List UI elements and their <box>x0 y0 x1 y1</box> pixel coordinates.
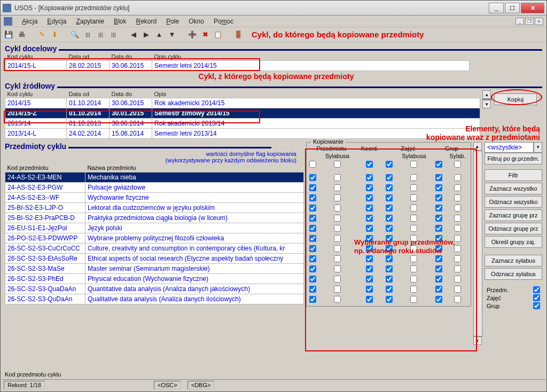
save-icon[interactable]: 💾 <box>4 30 13 40</box>
source-row[interactable]: 2014/1501.10.201430.06.2015Rok akademick… <box>5 98 480 108</box>
kopiowanie-checkbox[interactable] <box>309 265 316 272</box>
kopiowanie-checkbox[interactable] <box>454 286 461 293</box>
kopiowanie-checkbox[interactable] <box>309 255 316 262</box>
subject-row[interactable]: 24-AS-S2-E3-PGWPulsacje gwiazdowe <box>5 183 304 193</box>
kopiowanie-checkbox[interactable] <box>386 296 393 303</box>
kopiowanie-checkbox[interactable] <box>366 286 373 293</box>
kopiowanie-checkbox[interactable] <box>435 225 442 232</box>
odznacz-sylabus-button[interactable]: Odznacz sylabus <box>485 268 542 280</box>
kopiowanie-checkbox[interactable] <box>410 245 417 252</box>
kopiuj-button[interactable]: Kopiuj <box>494 93 537 105</box>
kopiowanie-checkbox[interactable] <box>435 205 442 211</box>
kopiowanie-checkbox[interactable] <box>309 276 316 283</box>
add-icon[interactable]: ➕ <box>187 30 197 40</box>
kopiowanie-checkbox[interactable] <box>386 215 393 222</box>
odznacz-grupe-button[interactable]: Odznacz grupę prz <box>485 223 542 234</box>
kopiowanie-checkbox[interactable] <box>334 184 341 191</box>
kopiowanie-checkbox[interactable] <box>366 215 373 222</box>
subject-row[interactable]: 26-SC-S2-S3-QuaDaAnQuantitative data ana… <box>5 284 304 294</box>
odznacz-wszystko-button[interactable]: Odznacz wszystko <box>485 196 542 208</box>
delete-icon[interactable]: ✖ <box>200 30 210 40</box>
kopiowanie-checkbox[interactable] <box>366 265 373 272</box>
kopiowanie-checkbox[interactable] <box>410 276 417 283</box>
scroll-down[interactable]: ▾ <box>482 100 491 108</box>
kopiowanie-checkbox[interactable] <box>454 174 461 181</box>
kopiowanie-checkbox[interactable] <box>309 215 316 222</box>
kopiowanie-checkbox[interactable] <box>309 235 316 242</box>
okresl-grupy-button[interactable]: Określ grupy zaj. <box>485 236 542 248</box>
menu-akcja[interactable]: AAkcjakcja <box>22 18 37 25</box>
kopiowanie-checkbox[interactable] <box>334 174 341 181</box>
kopiowanie-checkbox[interactable] <box>309 184 316 191</box>
chart2-icon[interactable]: ⫼ <box>96 30 105 40</box>
kopiowanie-checkbox[interactable] <box>386 276 393 283</box>
kopiowanie-checkbox[interactable] <box>309 205 316 211</box>
kopiowanie-checkbox[interactable] <box>366 245 373 252</box>
subj-scroll-down[interactable]: ▾ <box>473 336 482 345</box>
kopiowanie-checkbox[interactable] <box>334 276 341 283</box>
kopiowanie-checkbox[interactable] <box>386 265 393 272</box>
cb-przedm[interactable] <box>533 286 540 293</box>
kopiowanie-checkbox[interactable] <box>435 265 442 272</box>
kopiowanie-checkbox[interactable] <box>309 194 316 201</box>
filtruj-button[interactable]: Filtruj po gr.przedm. <box>485 153 542 164</box>
kopiowanie-checkbox[interactable] <box>309 245 316 252</box>
kopiowanie-checkbox[interactable] <box>334 161 341 168</box>
menu-zapytanie[interactable]: Zapytanie <box>76 18 104 25</box>
subject-row[interactable]: 26-SC-S2-S3-PhEdPhysical education (Wych… <box>5 274 304 284</box>
kopiowanie-checkbox[interactable] <box>366 194 373 201</box>
subj-scroll-up[interactable]: ▴ <box>473 142 482 151</box>
kopiowanie-checkbox[interactable] <box>334 245 341 252</box>
kopiowanie-checkbox[interactable] <box>386 205 393 211</box>
kopiowanie-checkbox[interactable] <box>454 255 461 262</box>
next-icon[interactable]: ▶ <box>142 30 151 40</box>
chevron-down-icon[interactable]: ▾ <box>534 142 542 153</box>
kopiowanie-checkbox[interactable] <box>410 235 417 242</box>
menu-okno[interactable]: Okno <box>189 18 204 25</box>
zaznacz-wszystko-button[interactable]: Zaznacz wszystko <box>485 183 542 194</box>
kopiowanie-checkbox[interactable] <box>410 286 417 293</box>
subject-row[interactable]: 26-SC-S2-S3-MaSeMaster seminar (Seminari… <box>5 264 304 274</box>
kopiowanie-checkbox[interactable] <box>435 184 442 191</box>
kopiowanie-checkbox[interactable] <box>435 194 442 201</box>
kopiowanie-checkbox[interactable] <box>454 276 461 283</box>
kopiowanie-checkbox[interactable] <box>309 296 316 303</box>
target-row[interactable]: 2014/15-L 28.02.2015 30.06.2015 Semestr … <box>5 61 470 71</box>
menu-pole[interactable]: Pole <box>166 18 179 25</box>
kopiowanie-checkbox[interactable] <box>386 286 393 293</box>
kopiowanie-checkbox[interactable] <box>386 255 393 262</box>
kopiowanie-checkbox[interactable] <box>454 296 461 303</box>
kopiowanie-checkbox[interactable] <box>435 174 442 181</box>
kopiowanie-checkbox[interactable] <box>334 194 341 201</box>
mdi-minimize[interactable]: _ <box>515 18 524 25</box>
kopiowanie-checkbox[interactable] <box>435 286 442 293</box>
edit-icon[interactable]: ✎ <box>37 30 46 40</box>
kopiowanie-checkbox[interactable] <box>366 235 373 242</box>
maximize-button[interactable]: ☐ <box>505 3 520 13</box>
kopiowanie-checkbox[interactable] <box>410 205 417 211</box>
grupa-dropdown[interactable]: <wszystkie> ▾ <box>485 142 542 153</box>
kopiowanie-checkbox[interactable] <box>410 194 417 201</box>
kopiowanie-checkbox[interactable] <box>366 174 373 181</box>
kopiowanie-checkbox[interactable] <box>454 245 461 252</box>
kopiowanie-checkbox[interactable] <box>454 194 461 201</box>
kopiowanie-checkbox[interactable] <box>386 235 393 242</box>
menu-pomoc[interactable]: Pomoc <box>214 18 233 25</box>
kopiowanie-checkbox[interactable] <box>309 225 316 232</box>
kopiowanie-checkbox[interactable] <box>334 205 341 211</box>
kopiowanie-checkbox[interactable] <box>386 184 393 191</box>
kopiowanie-checkbox[interactable] <box>334 265 341 272</box>
kopiowanie-checkbox[interactable] <box>386 174 393 181</box>
kopiowanie-checkbox[interactable] <box>334 235 341 242</box>
source-row[interactable]: 2013/14-L24.02.201415.06.2014Semestr let… <box>5 129 480 139</box>
zaznacz-sylabus-button[interactable]: Zaznacz sylabus <box>485 255 542 266</box>
kopiowanie-checkbox[interactable] <box>334 255 341 262</box>
subject-row[interactable]: 26-SC-S2-S3-QuDaAnQualitative data analy… <box>5 294 304 304</box>
source-row[interactable]: 2014/15-Z01.10.201430.01.2015Semestr zim… <box>5 108 480 119</box>
kopiowanie-checkbox[interactable] <box>410 255 417 262</box>
kopiowanie-checkbox[interactable] <box>435 296 442 303</box>
kopiowanie-checkbox[interactable] <box>454 184 461 191</box>
kopiowanie-checkbox[interactable] <box>454 215 461 222</box>
kopiowanie-checkbox[interactable] <box>435 235 442 242</box>
subject-row[interactable]: 26-EU-S1-E1-JęzPolJęzyk polski <box>5 223 304 233</box>
